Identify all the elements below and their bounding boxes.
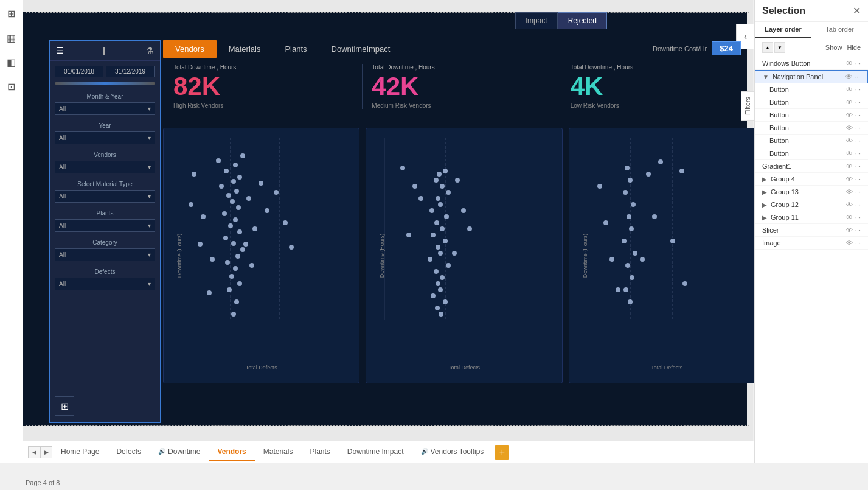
more-icon-5[interactable]: ··· bbox=[855, 137, 861, 144]
eye-icon-nav[interactable]: 👁 bbox=[845, 73, 852, 80]
page-nav-prev[interactable]: ◀ bbox=[28, 446, 40, 458]
eye-icon-1[interactable]: 👁 bbox=[846, 86, 853, 93]
more-icon-g4[interactable]: ··· bbox=[855, 175, 861, 183]
more-icon-grad[interactable]: ··· bbox=[855, 163, 861, 170]
eye-icon-g13[interactable]: 👁 bbox=[846, 188, 853, 195]
layer-button-3[interactable]: Button 👁 ··· bbox=[755, 109, 868, 122]
more-icon-g13[interactable]: ··· bbox=[855, 188, 861, 195]
layer-button-2[interactable]: Button 👁 ··· bbox=[755, 96, 868, 109]
more-icon-4[interactable]: ··· bbox=[855, 124, 861, 131]
kpi-high-risk: Total Downtime , Hours 82K High Risk Ven… bbox=[164, 58, 362, 115]
svg-point-109 bbox=[623, 190, 628, 195]
show-label[interactable]: Show bbox=[825, 44, 842, 51]
hamburger-icon[interactable]: ☰ bbox=[56, 46, 64, 55]
more-icon-g11[interactable]: ··· bbox=[855, 214, 861, 221]
eye-icon-g4[interactable]: 👁 bbox=[846, 175, 853, 183]
eye-icon-5[interactable]: 👁 bbox=[846, 137, 853, 144]
more-icon-1[interactable]: ··· bbox=[855, 86, 861, 93]
page-nav-next[interactable]: ▶ bbox=[40, 446, 52, 458]
tab-order-tab[interactable]: Tab order bbox=[811, 22, 868, 38]
tab-vendors[interactable]: Vendors bbox=[163, 40, 217, 58]
more-icon-slicer[interactable]: ··· bbox=[855, 226, 861, 234]
tab-plants[interactable]: Plants bbox=[273, 40, 319, 58]
rejected-button[interactable]: Rejected bbox=[558, 12, 607, 29]
filter-icon[interactable]: ⚗ bbox=[146, 46, 154, 55]
category-select[interactable]: All▾ bbox=[55, 248, 155, 261]
svg-point-81 bbox=[438, 287, 443, 292]
tab-downtime-impact-bottom[interactable]: Downtime Impact bbox=[339, 444, 412, 461]
svg-point-90 bbox=[455, 178, 460, 183]
layer-button-5[interactable]: Button 👁 ··· bbox=[755, 135, 868, 147]
year-select[interactable]: All▾ bbox=[55, 131, 155, 144]
move-up-button[interactable]: ▲ bbox=[762, 42, 773, 53]
layer-button-6[interactable]: Button 👁 ··· bbox=[755, 147, 868, 160]
chart-icon[interactable]: ⊡ bbox=[3, 78, 20, 95]
more-icon-g12[interactable]: ··· bbox=[855, 201, 861, 208]
eye-icon-g11[interactable]: 👁 bbox=[846, 214, 853, 221]
cursor-indicator: ▌ bbox=[103, 47, 107, 54]
filters-panel-label[interactable]: Filters bbox=[741, 91, 754, 121]
eye-icon-2[interactable]: 👁 bbox=[846, 99, 853, 106]
svg-point-79 bbox=[440, 275, 445, 280]
layer-gradient1[interactable]: Gradient1 👁 ··· bbox=[755, 160, 868, 173]
impact-button[interactable]: Impact bbox=[515, 12, 558, 29]
eye-icon-image[interactable]: 👁 bbox=[846, 239, 853, 247]
grid-icon[interactable]: ⊞ bbox=[3, 5, 20, 22]
material-type-select[interactable]: All▾ bbox=[55, 190, 155, 203]
tab-vendors-bottom[interactable]: Vendors bbox=[209, 444, 254, 461]
more-icon-3[interactable]: ··· bbox=[855, 111, 861, 119]
move-down-button[interactable]: ▼ bbox=[774, 42, 785, 53]
more-icon-image[interactable]: ··· bbox=[855, 239, 861, 247]
layer-image-label: Image bbox=[762, 239, 781, 247]
date-end-input[interactable]: 31/12/2019 bbox=[106, 66, 155, 77]
eye-icon-6[interactable]: 👁 bbox=[846, 150, 853, 157]
tab-defects[interactable]: Defects bbox=[108, 444, 150, 461]
eye-icon-4[interactable]: 👁 bbox=[846, 124, 853, 131]
svg-point-129 bbox=[682, 281, 687, 286]
more-icon-nav[interactable]: ··· bbox=[855, 73, 860, 80]
tab-downtime-impact[interactable]: DowntimeImpact bbox=[319, 40, 403, 58]
defects-select[interactable]: All▾ bbox=[55, 278, 155, 290]
date-start-input[interactable]: 01/01/2018 bbox=[55, 66, 103, 77]
windows-button[interactable]: ⊞ bbox=[55, 396, 74, 416]
more-icon-2[interactable]: ··· bbox=[855, 99, 861, 106]
eye-icon-grad[interactable]: 👁 bbox=[846, 163, 853, 170]
tab-plants-bottom[interactable]: Plants bbox=[301, 444, 338, 461]
layers-icon[interactable]: ◧ bbox=[3, 54, 20, 71]
vendors-select[interactable]: All▾ bbox=[55, 161, 155, 173]
eye-icon-0[interactable]: 👁 bbox=[846, 60, 853, 67]
eye-icon-slicer[interactable]: 👁 bbox=[846, 226, 853, 234]
more-icon-6[interactable]: ··· bbox=[855, 150, 861, 157]
tab-home-page[interactable]: Home Page bbox=[52, 444, 108, 461]
date-slider[interactable] bbox=[55, 82, 155, 85]
layer-group11[interactable]: ▶ Group 11 👁 ··· bbox=[755, 211, 868, 224]
eye-icon-3[interactable]: 👁 bbox=[846, 111, 853, 119]
layer-image[interactable]: Image 👁 ··· bbox=[755, 237, 868, 250]
layer-slicer[interactable]: Slicer 👁 ··· bbox=[755, 224, 868, 237]
right-panel-close-button[interactable]: ✕ bbox=[853, 5, 861, 16]
layer-navigation-panel[interactable]: ▼ Navigation Panel 👁 ··· bbox=[755, 70, 868, 83]
svg-point-44 bbox=[289, 245, 294, 250]
month-year-select[interactable]: All▾ bbox=[55, 102, 155, 115]
layer-windows-button[interactable]: Windows Button 👁 ··· bbox=[755, 57, 868, 70]
chart1-x-label: ——Total Defects—— bbox=[233, 365, 290, 371]
svg-point-127 bbox=[609, 257, 614, 262]
layer-group12[interactable]: ▶ Group 12 👁 ··· bbox=[755, 198, 868, 211]
tab-vendors-tooltips[interactable]: 🔊 Vendors Tooltips bbox=[412, 444, 493, 461]
layer-group4[interactable]: ▶ Group 4 👁 ··· bbox=[755, 173, 868, 186]
tab-materials[interactable]: Materials bbox=[217, 40, 273, 58]
hide-label[interactable]: Hide bbox=[847, 44, 861, 51]
layer-button-4[interactable]: Button 👁 ··· bbox=[755, 122, 868, 135]
layer-order-tab[interactable]: Layer order bbox=[755, 22, 811, 38]
svg-point-9 bbox=[233, 266, 238, 271]
add-tab-button[interactable]: + bbox=[495, 445, 509, 460]
tab-materials-bottom[interactable]: Materials bbox=[255, 444, 302, 461]
more-icon-0[interactable]: ··· bbox=[855, 60, 861, 67]
plants-select[interactable]: All▾ bbox=[55, 219, 155, 232]
tab-downtime[interactable]: 🔊 Downtime bbox=[150, 444, 209, 461]
chart-high-risk: 400 380 360 340 320 300 280 260 240 220 … bbox=[163, 128, 359, 383]
layer-button-1[interactable]: Button 👁 ··· bbox=[755, 83, 868, 96]
table-icon[interactable]: ▦ bbox=[3, 29, 20, 46]
layer-group13[interactable]: ▶ Group 13 👁 ··· bbox=[755, 186, 868, 198]
eye-icon-g12[interactable]: 👁 bbox=[846, 201, 853, 208]
